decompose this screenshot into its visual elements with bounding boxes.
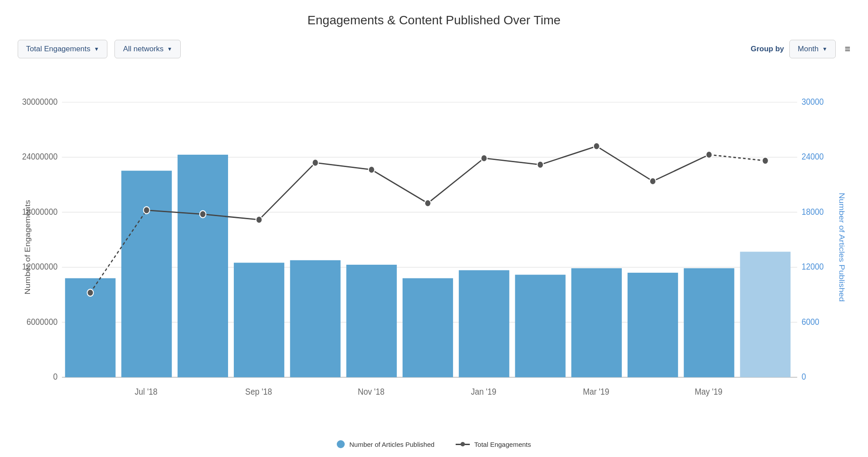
chart-container: Engagements & Content Published Over Tim…: [0, 0, 868, 457]
main-chart: 0 6000000 12000000 18000000 24000000 300…: [18, 67, 850, 432]
svg-line-28: [709, 155, 765, 161]
svg-text:24000000: 24000000: [22, 152, 57, 161]
bar-8: [515, 275, 565, 377]
bar-10: [628, 273, 678, 377]
line-point-10: [650, 178, 656, 185]
svg-text:Mar '19: Mar '19: [583, 387, 609, 396]
svg-text:30000000: 30000000: [22, 97, 57, 107]
legend-engagements-icon: [456, 444, 470, 445]
svg-text:Jul '18: Jul '18: [135, 387, 158, 396]
controls-row: Total Engagements ▼ All networks ▼ Group…: [18, 40, 850, 58]
legend: Number of Articles Published Total Engag…: [18, 440, 850, 448]
legend-articles-icon: [337, 440, 345, 448]
bar-1: [121, 171, 171, 377]
legend-engagements-label: Total Engagements: [474, 441, 531, 448]
line-point-2: [200, 211, 206, 218]
metric-chevron-icon: ▼: [94, 46, 99, 52]
line-point-11: [706, 151, 712, 158]
line-point-9: [594, 143, 600, 150]
svg-text:Nov '18: Nov '18: [358, 387, 385, 396]
bar-4: [290, 260, 340, 377]
line-point-3: [256, 216, 262, 223]
svg-text:30000: 30000: [802, 97, 824, 107]
bar-12: [740, 252, 790, 377]
metric-label: Total Engagements: [26, 45, 91, 53]
svg-text:May '19: May '19: [695, 387, 723, 396]
svg-wrapper: 0 6000000 12000000 18000000 24000000 300…: [18, 67, 850, 432]
group-by-label: Group by: [750, 45, 784, 53]
legend-articles: Number of Articles Published: [337, 440, 434, 448]
line-point-8: [537, 161, 543, 168]
line-point-7: [481, 155, 487, 162]
line-point-4: [312, 159, 318, 166]
bar-7: [459, 270, 509, 377]
bar-3: [234, 263, 284, 377]
chart-area: 0 6000000 12000000 18000000 24000000 300…: [18, 67, 850, 448]
controls-right: Group by Month ▼ ≡: [750, 40, 850, 58]
svg-text:0: 0: [802, 372, 806, 381]
hamburger-icon[interactable]: ≡: [845, 43, 850, 55]
svg-text:6000: 6000: [802, 317, 819, 327]
network-chevron-icon: ▼: [167, 46, 172, 52]
line-point-6: [425, 200, 431, 207]
svg-text:18000: 18000: [802, 207, 824, 217]
controls-left: Total Engagements ▼ All networks ▼: [18, 40, 181, 58]
line-point-0: [87, 289, 93, 296]
chart-title: Engagements & Content Published Over Tim…: [308, 13, 561, 27]
period-chevron-icon: ▼: [822, 46, 827, 52]
svg-text:12000: 12000: [802, 262, 824, 271]
network-dropdown[interactable]: All networks ▼: [114, 40, 181, 58]
network-label: All networks: [123, 45, 164, 53]
line-point-5: [369, 166, 375, 173]
svg-text:6000000: 6000000: [27, 317, 57, 327]
bar-9: [571, 268, 622, 377]
svg-text:0: 0: [53, 372, 57, 381]
bar-6: [403, 278, 453, 377]
bar-11: [684, 268, 734, 377]
metric-dropdown[interactable]: Total Engagements ▼: [18, 40, 107, 58]
line-point-12: [762, 157, 769, 164]
svg-text:Sep '18: Sep '18: [245, 387, 272, 396]
period-label: Month: [798, 45, 819, 53]
legend-engagements: Total Engagements: [456, 441, 531, 448]
period-dropdown[interactable]: Month ▼: [789, 40, 836, 58]
svg-text:Number of Articles Published: Number of Articles Published: [838, 193, 846, 302]
line-point-1: [144, 207, 150, 214]
legend-articles-label: Number of Articles Published: [349, 441, 434, 448]
bar-5: [346, 265, 397, 377]
svg-text:24000: 24000: [802, 152, 824, 161]
svg-text:Jan '19: Jan '19: [471, 387, 496, 396]
svg-text:Number of Engagements: Number of Engagements: [23, 200, 32, 294]
bar-2: [178, 155, 228, 377]
